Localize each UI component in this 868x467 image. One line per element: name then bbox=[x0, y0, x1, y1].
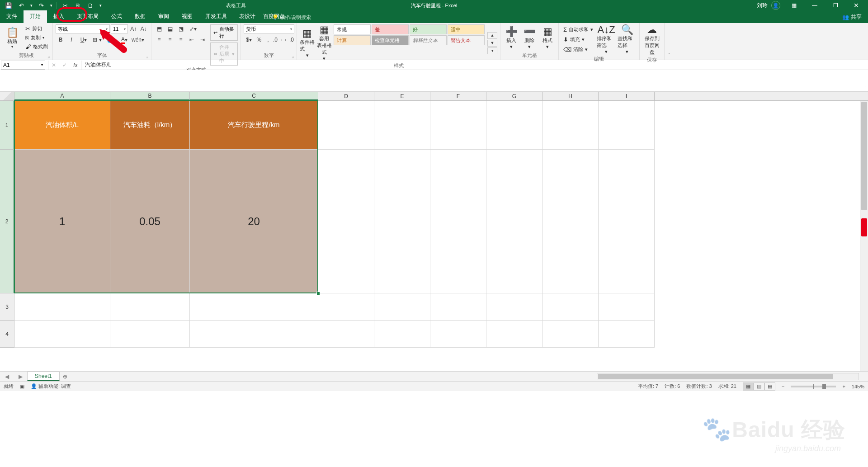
align-left-icon[interactable]: ≡ bbox=[154, 35, 164, 44]
new-icon[interactable]: 🗋 bbox=[85, 1, 96, 10]
col-header-I[interactable]: I bbox=[599, 92, 655, 100]
sheet-tab-active[interactable]: Sheet1 bbox=[27, 372, 60, 381]
tab-file[interactable]: 文件 bbox=[0, 10, 24, 23]
horizontal-scrollbar[interactable] bbox=[597, 373, 859, 380]
cell-A2[interactable]: 1 bbox=[14, 150, 110, 293]
cell-F1[interactable] bbox=[430, 101, 486, 150]
decrease-decimal-icon[interactable]: ←.0 bbox=[284, 35, 294, 44]
gallery-more-icon[interactable]: ▾ bbox=[487, 47, 497, 54]
format-cells-button[interactable]: ▦格式▾ bbox=[539, 24, 556, 51]
tab-developer[interactable]: 开发工具 bbox=[199, 10, 233, 23]
find-select-button[interactable]: 🔍查找和选择▾ bbox=[618, 24, 637, 55]
paste-button[interactable]: 📋粘贴▾ bbox=[3, 24, 22, 51]
col-header-G[interactable]: G bbox=[486, 92, 542, 100]
record-macro-icon[interactable]: ▣ bbox=[20, 383, 24, 389]
cell-E3[interactable] bbox=[374, 293, 430, 321]
cell-E1[interactable] bbox=[374, 101, 430, 150]
save-baidu-button[interactable]: ☁保存到 百度网盘 bbox=[642, 24, 661, 56]
sheet-nav[interactable]: ◀▶ bbox=[0, 373, 27, 380]
cell-C3[interactable] bbox=[190, 293, 318, 321]
col-header-A[interactable]: A bbox=[14, 92, 110, 100]
col-header-B[interactable]: B bbox=[110, 92, 190, 100]
cell-D4[interactable] bbox=[318, 321, 374, 348]
style-normal[interactable]: 常规 bbox=[334, 24, 371, 34]
underline-button[interactable]: U ▾ bbox=[77, 35, 90, 44]
align-right-icon[interactable]: ≡ bbox=[176, 35, 186, 44]
row-header-2[interactable]: 2 bbox=[0, 150, 14, 293]
phonetic-button[interactable]: wén▾ bbox=[132, 35, 144, 44]
cell-G2[interactable] bbox=[486, 150, 542, 293]
view-normal-icon[interactable]: ▦ bbox=[743, 382, 754, 391]
qat-customize[interactable]: ▾ bbox=[97, 1, 104, 10]
row-header-3[interactable]: 3 bbox=[0, 293, 14, 321]
clear-button[interactable]: ⌫清除▾ bbox=[561, 46, 595, 53]
bold-button[interactable]: B bbox=[56, 35, 66, 44]
vertical-thumb-accent[interactable] bbox=[861, 218, 867, 236]
cell-A3[interactable] bbox=[14, 293, 110, 321]
cancel-formula-icon[interactable]: ✕ bbox=[48, 61, 59, 70]
insert-cells-button[interactable]: ➕插入▾ bbox=[503, 24, 519, 51]
sort-filter-button[interactable]: A↓Z排序和筛选▾ bbox=[597, 24, 616, 55]
cell-F3[interactable] bbox=[430, 293, 486, 321]
spreadsheet-grid[interactable]: A B C D E F G H I 1 2 3 4 汽油体积/L 汽车油耗（l/… bbox=[0, 92, 868, 371]
comma-format-icon[interactable]: , bbox=[264, 35, 272, 44]
dialog-launcher-icon[interactable]: ⟓ bbox=[47, 54, 50, 59]
fill-button[interactable]: ⬇填充▾ bbox=[561, 36, 595, 43]
style-calc[interactable]: 计算 bbox=[334, 35, 371, 45]
gallery-up-icon[interactable]: ▲ bbox=[487, 32, 497, 39]
align-top-icon[interactable]: ⬒ bbox=[154, 24, 164, 33]
redo-dropdown[interactable]: ▾ bbox=[48, 1, 54, 10]
number-format-combo[interactable]: 货币▾ bbox=[244, 24, 294, 33]
sheet-next-icon[interactable]: ▶ bbox=[19, 373, 23, 380]
conditional-format-button[interactable]: ▦条件格式▾ bbox=[300, 24, 315, 61]
col-header-H[interactable]: H bbox=[542, 92, 599, 100]
tab-review[interactable]: 审阅 bbox=[152, 10, 175, 23]
cell-styles-gallery[interactable]: 常规 差 好 适中 计算 检查单元格 解释性文本 警告文本 bbox=[334, 24, 485, 61]
increase-font-icon[interactable]: A↑ bbox=[129, 24, 138, 33]
gallery-down-icon[interactable]: ▼ bbox=[487, 40, 497, 47]
col-header-D[interactable]: D bbox=[318, 92, 374, 100]
autosum-button[interactable]: Σ自动求和▾ bbox=[561, 26, 595, 33]
format-painter-button[interactable]: 🖌格式刷 bbox=[24, 43, 50, 51]
zoom-slider[interactable] bbox=[791, 386, 836, 387]
zoom-level[interactable]: 145% bbox=[852, 384, 864, 389]
indent-increase-icon[interactable]: ⇥ bbox=[198, 35, 208, 44]
tab-formulas[interactable]: 公式 bbox=[105, 10, 128, 23]
cell-B2[interactable]: 0.05 bbox=[110, 150, 190, 293]
wrap-text-button[interactable]: ↩自动换行 bbox=[210, 24, 238, 41]
cell-I2[interactable] bbox=[599, 150, 655, 293]
style-check[interactable]: 检查单元格 bbox=[372, 35, 409, 45]
tab-view[interactable]: 视图 bbox=[175, 10, 199, 23]
row-header-4[interactable]: 4 bbox=[0, 321, 14, 348]
style-bad[interactable]: 差 bbox=[372, 24, 409, 34]
cell-I3[interactable] bbox=[599, 293, 655, 321]
cell-B3[interactable] bbox=[110, 293, 190, 321]
orientation-icon[interactable]: ⤢▾ bbox=[187, 24, 199, 33]
cell-D3[interactable] bbox=[318, 293, 374, 321]
zoom-out-icon[interactable]: − bbox=[782, 384, 784, 389]
style-warn[interactable]: 警告文本 bbox=[448, 35, 485, 45]
cell-H3[interactable] bbox=[542, 293, 599, 321]
undo-icon[interactable]: ↶ bbox=[15, 1, 27, 10]
align-bottom-icon[interactable]: ⬔ bbox=[176, 24, 186, 33]
align-center-icon[interactable]: ≡ bbox=[165, 35, 175, 44]
minimize-icon[interactable]: — bbox=[805, 0, 825, 11]
view-page-layout-icon[interactable]: ▥ bbox=[754, 382, 764, 391]
tab-table-design[interactable]: 表设计 bbox=[233, 10, 262, 23]
dialog-launcher-icon[interactable]: ⟓ bbox=[292, 54, 294, 59]
share-button[interactable]: 👥共享 bbox=[836, 11, 868, 23]
col-header-C[interactable]: C bbox=[190, 92, 318, 100]
style-neutral[interactable]: 适中 bbox=[448, 24, 485, 34]
cell-G3[interactable] bbox=[486, 293, 542, 321]
indent-decrease-icon[interactable]: ⇤ bbox=[187, 35, 197, 44]
cell-C1[interactable]: 汽车行驶里程/km bbox=[190, 101, 318, 150]
cell-A1[interactable]: 汽油体积/L bbox=[14, 101, 110, 150]
cell-F2[interactable] bbox=[430, 150, 486, 293]
maximize-icon[interactable]: ❐ bbox=[826, 0, 845, 11]
tell-me-search[interactable]: 💡操作说明搜索 bbox=[272, 14, 311, 23]
cell-E4[interactable] bbox=[374, 321, 430, 348]
formula-collapse-icon[interactable]: ˇ bbox=[865, 86, 866, 90]
cell-D1[interactable] bbox=[318, 101, 374, 150]
increase-decimal-icon[interactable]: .0→ bbox=[273, 35, 283, 44]
cut-button[interactable]: ✂剪切 bbox=[24, 25, 50, 33]
